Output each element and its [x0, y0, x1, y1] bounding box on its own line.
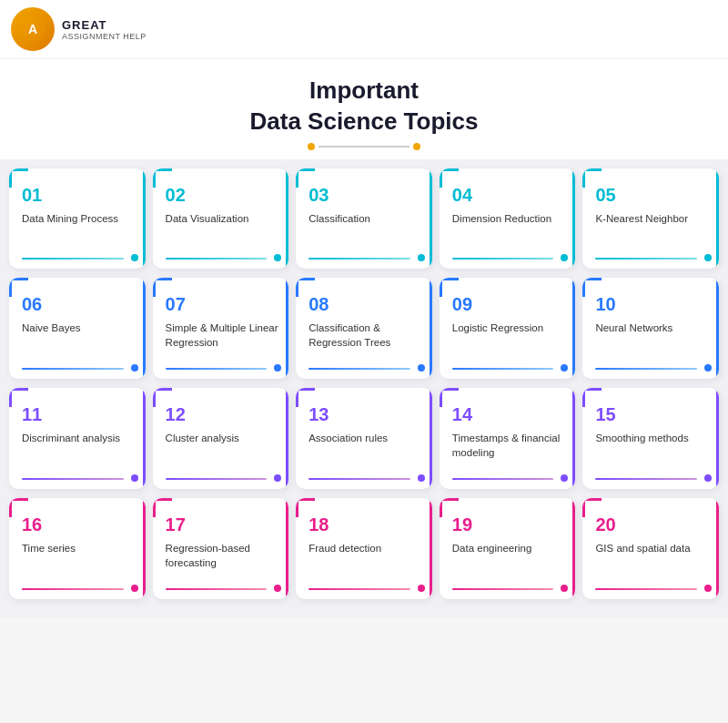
- topic-label-06: Naive Bayes: [22, 321, 136, 351]
- card-decoration-bracket: [284, 278, 288, 379]
- card-decoration-bracket: [714, 388, 719, 489]
- topic-row-1: 01Data Mining Process02Data Visualizatio…: [9, 168, 719, 269]
- topic-label-07: Simple & Multiple Linear Regression: [166, 321, 280, 366]
- card-decoration-bracket: [571, 388, 575, 489]
- topic-label-08: Classification & Regression Trees: [308, 321, 423, 366]
- topic-card-11: 11Discriminant analysis: [9, 388, 146, 489]
- topic-card-01: 01Data Mining Process: [9, 168, 146, 269]
- card-decoration-bracket: [714, 168, 719, 269]
- topic-number-18: 18: [308, 514, 423, 535]
- card-decoration-bracket: [141, 388, 146, 489]
- topic-number-04: 04: [452, 185, 567, 206]
- brand-tagline: ASSIGNMENT HELP: [62, 32, 147, 41]
- topic-label-11: Discriminant analysis: [22, 431, 136, 462]
- topic-card-02: 02Data Visualization: [153, 168, 289, 269]
- card-decoration-bracket: [428, 278, 432, 379]
- brand-great: GREAT: [62, 18, 147, 32]
- topic-card-14: 14Timestamps & financial modeling: [440, 388, 576, 489]
- topic-number-06: 06: [22, 294, 136, 315]
- header: A GREAT ASSIGNMENT HELP: [0, 0, 728, 59]
- title-decoration: [0, 143, 728, 150]
- topic-card-09: 09Logistic Regression: [440, 278, 576, 379]
- topic-row-3: 11Discriminant analysis12Cluster analysi…: [9, 388, 719, 489]
- card-decoration-line: [595, 478, 697, 480]
- card-decoration-line: [22, 478, 124, 480]
- topic-number-09: 09: [452, 294, 567, 315]
- topic-number-20: 20: [595, 514, 710, 535]
- topic-card-07: 07Simple & Multiple Linear Regression: [153, 278, 289, 379]
- card-decoration-bracket: [571, 278, 575, 379]
- card-decoration-line: [22, 368, 124, 370]
- card-decoration-bracket: [141, 498, 146, 599]
- card-decoration-line: [166, 258, 268, 260]
- topic-row-2: 06Naive Bayes07Simple & Multiple Linear …: [9, 278, 719, 379]
- card-decoration-bracket: [428, 168, 432, 269]
- topic-number-11: 11: [22, 404, 136, 425]
- card-decoration-bracket: [571, 498, 575, 599]
- topic-card-13: 13Association rules: [296, 388, 432, 489]
- card-decoration-line: [595, 588, 697, 590]
- topic-label-12: Cluster analysis: [166, 431, 280, 462]
- topic-label-04: Dimension Reduction: [452, 211, 567, 242]
- card-decoration-bracket: [714, 498, 719, 599]
- logo-text: GREAT ASSIGNMENT HELP: [62, 18, 147, 41]
- topic-card-17: 17Regression-based forecasting: [153, 498, 289, 599]
- card-decoration-line: [452, 588, 554, 590]
- topic-label-19: Data engineering: [452, 541, 567, 572]
- topic-number-14: 14: [452, 404, 567, 425]
- card-decoration-line: [166, 588, 268, 590]
- topic-label-09: Logistic Regression: [452, 321, 567, 351]
- page-title: Important Data Science Topics: [0, 76, 728, 137]
- topic-card-20: 20GIS and spatial data: [582, 498, 719, 599]
- svg-text:A: A: [28, 22, 37, 36]
- topic-label-10: Neural Networks: [595, 321, 710, 351]
- card-decoration-line: [308, 478, 410, 480]
- card-decoration-line: [452, 258, 554, 260]
- topic-number-02: 02: [166, 185, 280, 206]
- card-decoration-line: [166, 368, 268, 370]
- card-decoration-line: [452, 368, 554, 370]
- card-decoration-bracket: [284, 498, 288, 599]
- topic-label-01: Data Mining Process: [22, 211, 136, 242]
- logo-icon: A: [11, 7, 55, 51]
- topic-number-05: 05: [595, 185, 710, 206]
- topics-grid: 01Data Mining Process02Data Visualizatio…: [0, 159, 728, 618]
- topic-number-17: 17: [166, 514, 280, 535]
- card-decoration-line: [166, 478, 268, 480]
- topic-label-05: K-Nearest Neighbor: [595, 211, 710, 242]
- card-decoration-bracket: [714, 278, 719, 379]
- card-decoration-line: [595, 258, 697, 260]
- title-section: Important Data Science Topics: [0, 59, 728, 159]
- card-decoration-line: [22, 588, 124, 590]
- topic-card-18: 18Fraud detection: [296, 498, 432, 599]
- topic-number-15: 15: [595, 404, 710, 425]
- topic-card-12: 12Cluster analysis: [153, 388, 289, 489]
- topic-label-18: Fraud detection: [308, 541, 423, 572]
- topic-number-10: 10: [595, 294, 710, 315]
- card-decoration-line: [452, 478, 554, 480]
- topic-number-08: 08: [308, 294, 423, 315]
- topic-number-01: 01: [22, 185, 136, 206]
- topic-card-03: 03Classification: [296, 168, 432, 269]
- card-decoration-bracket: [428, 388, 432, 489]
- card-decoration-line: [595, 368, 697, 370]
- topic-label-17: Regression-based forecasting: [166, 541, 280, 586]
- topic-card-19: 19Data engineering: [440, 498, 576, 599]
- topic-number-07: 07: [166, 294, 280, 315]
- topic-label-16: Time series: [22, 541, 136, 572]
- topic-card-16: 16Time series: [9, 498, 146, 599]
- card-decoration-bracket: [284, 388, 288, 489]
- topic-card-15: 15Smoothing methods: [582, 388, 719, 489]
- card-decoration-bracket: [141, 168, 146, 269]
- topic-card-10: 10Neural Networks: [582, 278, 719, 379]
- topic-card-06: 06Naive Bayes: [9, 278, 146, 379]
- topic-card-05: 05K-Nearest Neighbor: [582, 168, 719, 269]
- topic-number-16: 16: [22, 514, 136, 535]
- topic-number-19: 19: [452, 514, 567, 535]
- topic-number-12: 12: [166, 404, 280, 425]
- card-decoration-line: [308, 588, 410, 590]
- topic-label-20: GIS and spatial data: [595, 541, 710, 572]
- topic-label-03: Classification: [308, 211, 423, 242]
- card-decoration-bracket: [141, 278, 146, 379]
- card-decoration-line: [308, 368, 410, 370]
